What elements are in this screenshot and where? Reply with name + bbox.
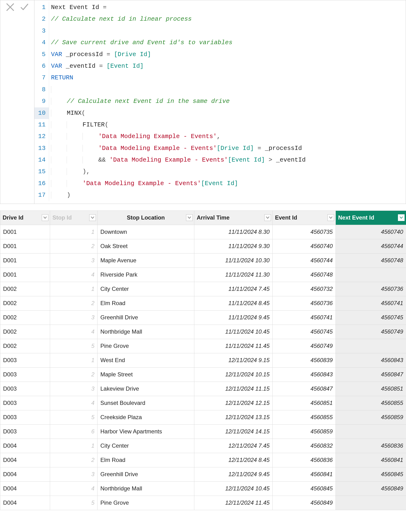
cell-drive[interactable]: D001 — [0, 268, 50, 282]
column-header-arr[interactable]: Arrival Time — [194, 210, 273, 225]
cell-evt[interactable]: 4560851 — [273, 396, 336, 410]
cell-drive[interactable]: D004 — [0, 467, 50, 481]
editor-line[interactable]: 4// Save current drive and Event id's to… — [34, 37, 406, 48]
cell-arr[interactable]: 12/11/2024 11.45 — [194, 496, 273, 510]
filter-dropdown-icon[interactable] — [327, 214, 334, 221]
commit-icon[interactable] — [20, 2, 29, 14]
cell-stop[interactable]: 3 — [50, 382, 98, 396]
cell-stop[interactable]: 3 — [50, 310, 98, 325]
table-row[interactable]: D0022Elm Road11/11/2024 8.45456073645607… — [0, 296, 406, 310]
editor-line[interactable]: 8 — [34, 84, 406, 96]
cell-loc[interactable]: Pine Grove — [98, 339, 194, 353]
cell-stop[interactable]: 5 — [50, 410, 98, 424]
table-row[interactable]: D0031West End12/11/2024 9.15456083945608… — [0, 353, 406, 367]
editor-line[interactable]: 6VAR _eventId = [Event Id] — [34, 60, 406, 72]
cell-next[interactable]: 4560744 — [336, 239, 406, 253]
cell-evt[interactable]: 4560748 — [273, 268, 336, 282]
cell-stop[interactable]: 4 — [50, 325, 98, 339]
column-header-next[interactable]: Next Event Id — [336, 210, 406, 225]
table-row[interactable]: D0011Downtown11/11/2024 8.30456073545607… — [0, 225, 406, 239]
editor-line[interactable]: 17 ) — [34, 189, 406, 201]
cell-stop[interactable]: 5 — [50, 339, 98, 353]
table-row[interactable]: D0045Pine Grove12/11/2024 11.454560849 — [0, 496, 406, 510]
editor-line[interactable]: 11 FILTER( — [34, 119, 406, 131]
cell-next[interactable]: 4560859 — [336, 410, 406, 424]
cell-arr[interactable]: 12/11/2024 12.15 — [194, 396, 273, 410]
cell-loc[interactable]: Greenhill Drive — [98, 310, 194, 325]
table-row[interactable]: D0013Maple Avenue11/11/2024 10.304560744… — [0, 253, 406, 268]
cell-drive[interactable]: D001 — [0, 253, 50, 268]
editor-line[interactable]: 10 MINX( — [34, 107, 406, 119]
cell-drive[interactable]: D003 — [0, 367, 50, 382]
cell-drive[interactable]: D002 — [0, 310, 50, 325]
editor-line[interactable]: 3 — [34, 25, 406, 37]
editor-line[interactable]: 7RETURN — [34, 72, 406, 84]
cell-next[interactable]: 4560849 — [336, 481, 406, 496]
cell-loc[interactable]: Downtown — [98, 225, 194, 239]
cell-next[interactable]: 4560741 — [336, 296, 406, 310]
table-row[interactable]: D0021City Center11/11/2024 7.45456073245… — [0, 282, 406, 296]
cell-evt[interactable]: 4560740 — [273, 239, 336, 253]
table-row[interactable]: D0043Greenhill Drive12/11/2024 9.4545608… — [0, 467, 406, 481]
cell-stop[interactable]: 1 — [50, 282, 98, 296]
cell-evt[interactable]: 4560832 — [273, 439, 336, 453]
cell-drive[interactable]: D004 — [0, 439, 50, 453]
cell-next[interactable] — [336, 339, 406, 353]
table-row[interactable]: D0024Northbridge Mall11/11/2024 10.45456… — [0, 325, 406, 339]
cell-drive[interactable]: D002 — [0, 325, 50, 339]
cell-drive[interactable]: D004 — [0, 481, 50, 496]
cell-arr[interactable]: 12/11/2024 9.15 — [194, 353, 273, 367]
cell-evt[interactable]: 4560841 — [273, 467, 336, 481]
cell-drive[interactable]: D001 — [0, 225, 50, 239]
cell-evt[interactable]: 4560741 — [273, 310, 336, 325]
table-row[interactable]: D0035Creekside Plaza12/11/2024 13.154560… — [0, 410, 406, 424]
cell-loc[interactable]: Elm Road — [98, 296, 194, 310]
cell-stop[interactable]: 2 — [50, 453, 98, 467]
cell-evt[interactable]: 4560847 — [273, 382, 336, 396]
cell-stop[interactable]: 2 — [50, 239, 98, 253]
table-row[interactable]: D0036Harbor View Apartments12/11/2024 14… — [0, 424, 406, 439]
cell-arr[interactable]: 11/11/2024 7.45 — [194, 282, 273, 296]
cell-loc[interactable]: Maple Street — [98, 367, 194, 382]
cell-stop[interactable]: 4 — [50, 268, 98, 282]
cell-drive[interactable]: D003 — [0, 382, 50, 396]
cell-evt[interactable]: 4560744 — [273, 253, 336, 268]
table-row[interactable]: D0042Elm Road12/11/2024 8.45456083645608… — [0, 453, 406, 467]
cell-stop[interactable]: 5 — [50, 496, 98, 510]
cell-drive[interactable]: D004 — [0, 496, 50, 510]
cell-loc[interactable]: Elm Road — [98, 453, 194, 467]
cell-arr[interactable]: 11/11/2024 9.45 — [194, 310, 273, 325]
filter-dropdown-icon[interactable] — [42, 214, 48, 221]
editor-line[interactable]: 5VAR _processId = [Drive Id] — [34, 49, 406, 60]
cell-loc[interactable]: City Center — [98, 439, 194, 453]
cell-loc[interactable]: Sunset Boulevard — [98, 396, 194, 410]
editor-line[interactable]: 12 'Data Modeling Example - Events', — [34, 131, 406, 142]
cell-evt[interactable]: 4560845 — [273, 481, 336, 496]
cell-evt[interactable]: 4560855 — [273, 410, 336, 424]
cell-arr[interactable]: 11/11/2024 10.45 — [194, 325, 273, 339]
table-row[interactable]: D0032Maple Street12/11/2024 10.154560843… — [0, 367, 406, 382]
cell-arr[interactable]: 12/11/2024 14.15 — [194, 424, 273, 439]
cell-loc[interactable]: Lakeview Drive — [98, 382, 194, 396]
cell-arr[interactable]: 11/11/2024 8.45 — [194, 296, 273, 310]
cell-loc[interactable]: City Center — [98, 282, 194, 296]
cell-loc[interactable]: Maple Avenue — [98, 253, 194, 268]
cell-evt[interactable]: 4560843 — [273, 367, 336, 382]
table-row[interactable]: D0014Riverside Park11/11/2024 11.3045607… — [0, 268, 406, 282]
cancel-icon[interactable] — [5, 2, 15, 14]
filter-dropdown-icon[interactable] — [186, 214, 193, 221]
cell-loc[interactable]: Riverside Park — [98, 268, 194, 282]
column-header-evt[interactable]: Event Id — [273, 210, 336, 225]
cell-evt[interactable]: 4560859 — [273, 424, 336, 439]
cell-drive[interactable]: D002 — [0, 282, 50, 296]
cell-loc[interactable]: Pine Grove — [98, 496, 194, 510]
cell-arr[interactable]: 12/11/2024 11.15 — [194, 382, 273, 396]
filter-dropdown-icon[interactable] — [264, 214, 271, 221]
cell-next[interactable]: 4560745 — [336, 310, 406, 325]
cell-next[interactable]: 4560836 — [336, 439, 406, 453]
cell-next[interactable]: 4560740 — [336, 225, 406, 239]
cell-stop[interactable]: 4 — [50, 396, 98, 410]
cell-next[interactable]: 4560843 — [336, 353, 406, 367]
cell-drive[interactable]: D002 — [0, 296, 50, 310]
cell-arr[interactable]: 12/11/2024 13.15 — [194, 410, 273, 424]
